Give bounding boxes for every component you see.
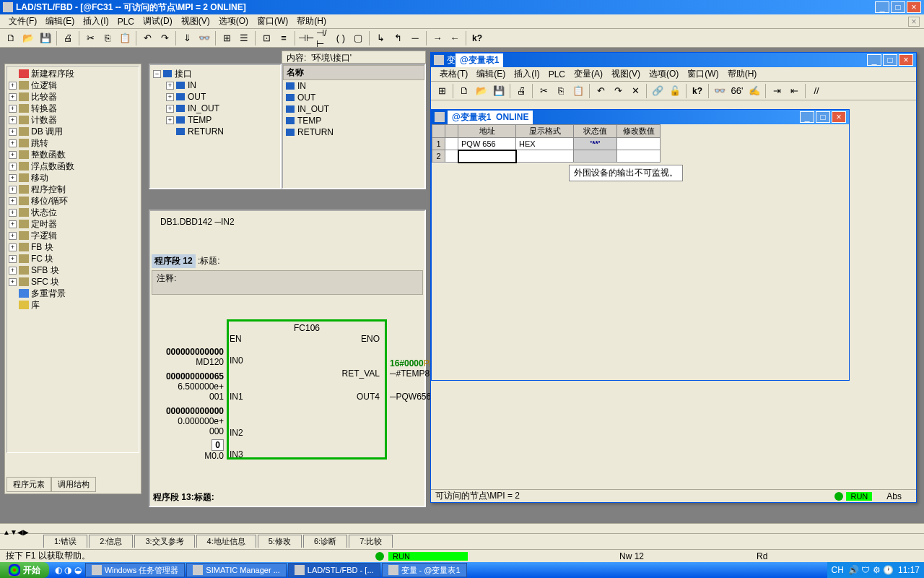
var-redo-button[interactable]: ↷ bbox=[610, 83, 626, 99]
var-force-button[interactable]: ⇥ bbox=[769, 83, 785, 99]
tree-button[interactable]: ⊞ bbox=[219, 30, 235, 46]
var-save-button[interactable]: 💾 bbox=[491, 83, 507, 99]
tree-item[interactable]: +SFC 块 bbox=[9, 276, 137, 288]
tree-item[interactable]: +FC 块 bbox=[9, 253, 137, 264]
start-button[interactable]: 开始 bbox=[0, 562, 49, 578]
var-online-button[interactable]: 🔗 bbox=[650, 83, 666, 99]
taskbar-item[interactable]: 变量 - @变量表1 bbox=[382, 563, 467, 577]
output-tab[interactable]: 2:信息 bbox=[89, 535, 133, 548]
new-button[interactable]: 🗋 bbox=[3, 30, 19, 46]
menu-插入(I)[interactable]: 插入(I) bbox=[79, 15, 113, 27]
cut-button[interactable]: ✂ bbox=[82, 30, 98, 46]
tree-item[interactable]: +程序控制 bbox=[9, 184, 137, 195]
var-new-button[interactable]: 🗋 bbox=[456, 83, 472, 99]
interface-tree[interactable]: −接口+IN+OUT+IN_OUT+TEMP+RETURN bbox=[149, 64, 282, 189]
var-menu-视图(V)[interactable]: 视图(V) bbox=[607, 68, 645, 80]
tree-item[interactable]: +定时器 bbox=[9, 218, 137, 230]
tree-item[interactable]: +转换器 bbox=[9, 103, 137, 114]
nw-button[interactable]: ⊡ bbox=[258, 30, 274, 46]
var-menu-PLC[interactable]: PLC bbox=[544, 69, 570, 79]
menu-视图(V)[interactable]: 视图(V) bbox=[177, 15, 214, 27]
var-glasses-button[interactable]: 👓 bbox=[712, 83, 728, 99]
branch-close-button[interactable]: ↰ bbox=[390, 30, 406, 46]
back-button[interactable]: ← bbox=[447, 30, 463, 46]
comment-box[interactable]: 注释: bbox=[152, 270, 423, 295]
paste-button[interactable]: 📋 bbox=[117, 30, 133, 46]
minimize-button[interactable]: _ bbox=[875, 1, 889, 13]
coil-button[interactable]: ( ) bbox=[333, 30, 349, 46]
var-cross-button[interactable]: ✕ bbox=[627, 83, 643, 99]
name-list[interactable]: 名称 INOUTIN_OUTTEMPRETURN bbox=[282, 64, 426, 189]
var-unforce-button[interactable]: ⇤ bbox=[786, 83, 802, 99]
menu-文件(F)[interactable]: 文件(F) bbox=[4, 15, 41, 27]
save-button[interactable]: 💾 bbox=[38, 30, 53, 46]
var-menu-选项(O)[interactable]: 选项(O) bbox=[645, 68, 683, 80]
tree-item[interactable]: +FB 块 bbox=[9, 241, 137, 253]
close-button[interactable]: × bbox=[907, 1, 921, 13]
monitor-button[interactable]: 👓 bbox=[196, 30, 212, 46]
output-tab[interactable]: 3:交叉参考 bbox=[134, 535, 194, 548]
tree-item[interactable]: +移位/循环 bbox=[9, 195, 137, 207]
tree-item[interactable]: +状态位 bbox=[9, 207, 137, 218]
tree-item[interactable]: 多重背景 bbox=[9, 288, 137, 299]
var-menu-插入(I)[interactable]: 插入(I) bbox=[510, 68, 544, 80]
tree-item[interactable]: +跳转 bbox=[9, 137, 137, 149]
print-button[interactable]: 🖨 bbox=[60, 30, 76, 46]
var-inner-minimize[interactable]: _ bbox=[800, 111, 814, 123]
menu-PLC[interactable]: PLC bbox=[113, 17, 139, 27]
tree-item[interactable]: +DB 调用 bbox=[9, 126, 137, 137]
download-button[interactable]: ⇓ bbox=[179, 30, 195, 46]
copy-button[interactable]: ⎘ bbox=[100, 30, 116, 46]
var-maximize-button[interactable]: □ bbox=[883, 54, 897, 66]
element-tree[interactable]: 新建程序段+位逻辑+比较器+转换器+计数器+DB 调用+跳转+整数函数+浮点数函… bbox=[6, 66, 139, 453]
detail-button[interactable]: ☰ bbox=[236, 30, 252, 46]
open-button[interactable]: 📂 bbox=[20, 30, 36, 46]
taskbar-item[interactable]: Windows 任务管理器 bbox=[85, 563, 186, 577]
taskbar-item[interactable]: LAD/STL/FBD - [... bbox=[288, 563, 380, 577]
contact-no-button[interactable]: ⊣⊢ bbox=[298, 30, 314, 46]
tree-item[interactable]: +字逻辑 bbox=[9, 230, 137, 241]
var-print-button[interactable]: 🖨 bbox=[513, 83, 529, 99]
maximize-button[interactable]: □ bbox=[891, 1, 905, 13]
output-tab[interactable]: 4:地址信息 bbox=[196, 535, 256, 548]
tab-call-structure[interactable]: 调用结构 bbox=[51, 477, 96, 492]
menu-帮助(H)[interactable]: 帮助(H) bbox=[292, 15, 331, 27]
menu-窗口(W)[interactable]: 窗口(W) bbox=[253, 15, 292, 27]
redo-button[interactable]: ↷ bbox=[157, 30, 173, 46]
tree-item[interactable]: +SFB 块 bbox=[9, 264, 137, 276]
var-menu-表格(T)[interactable]: 表格(T) bbox=[435, 68, 472, 80]
taskbar-item[interactable]: SIMATIC Manager ... bbox=[186, 563, 287, 577]
tree-item[interactable]: +整数函数 bbox=[9, 149, 137, 160]
menu-调试(D)[interactable]: 调试(D) bbox=[139, 15, 177, 27]
var-undo-button[interactable]: ↶ bbox=[593, 83, 609, 99]
goto-button[interactable]: → bbox=[430, 30, 445, 46]
output-tab[interactable]: 5:修改 bbox=[258, 535, 302, 548]
var-table-button[interactable]: ⊞ bbox=[434, 83, 450, 99]
table-row[interactable]: 2 bbox=[432, 150, 661, 163]
var-monitor-button[interactable]: 66' bbox=[729, 83, 745, 99]
output-tab[interactable]: 7:比较 bbox=[349, 535, 393, 548]
conn-button[interactable]: ─ bbox=[407, 30, 423, 46]
tree-item[interactable]: +计数器 bbox=[9, 114, 137, 126]
tree-item[interactable]: +比较器 bbox=[9, 91, 137, 103]
mdi-close-button[interactable]: × bbox=[908, 17, 920, 27]
var-open-button[interactable]: 📂 bbox=[474, 83, 489, 99]
tray-icons[interactable]: 🔊 🛡 ⚙ 🕐 bbox=[848, 565, 894, 575]
tab-elements[interactable]: 程序元素 bbox=[6, 477, 51, 492]
undo-button[interactable]: ↶ bbox=[139, 30, 155, 46]
menu-选项(O)[interactable]: 选项(O) bbox=[214, 15, 253, 27]
var-inner-close[interactable]: × bbox=[832, 111, 846, 123]
contact-nc-button[interactable]: ⊣/⊢ bbox=[315, 30, 331, 46]
var-inner-maximize[interactable]: □ bbox=[816, 111, 830, 123]
var-menu-变量(A)[interactable]: 变量(A) bbox=[570, 68, 607, 80]
output-tab[interactable]: 6:诊断 bbox=[303, 535, 347, 548]
var-menu-帮助(H)[interactable]: 帮助(H) bbox=[723, 68, 762, 80]
var-close-button[interactable]: × bbox=[899, 54, 913, 66]
branch-open-button[interactable]: ↳ bbox=[372, 30, 388, 46]
var-paste-button[interactable]: 📋 bbox=[570, 83, 586, 99]
tree-item[interactable]: 新建程序段 bbox=[9, 68, 137, 79]
help-pointer-button[interactable]: k? bbox=[469, 30, 485, 46]
tree-item[interactable]: +浮点数函数 bbox=[9, 160, 137, 172]
var-copy-button[interactable]: ⎘ bbox=[553, 83, 569, 99]
tree-item[interactable]: 库 bbox=[9, 299, 137, 311]
